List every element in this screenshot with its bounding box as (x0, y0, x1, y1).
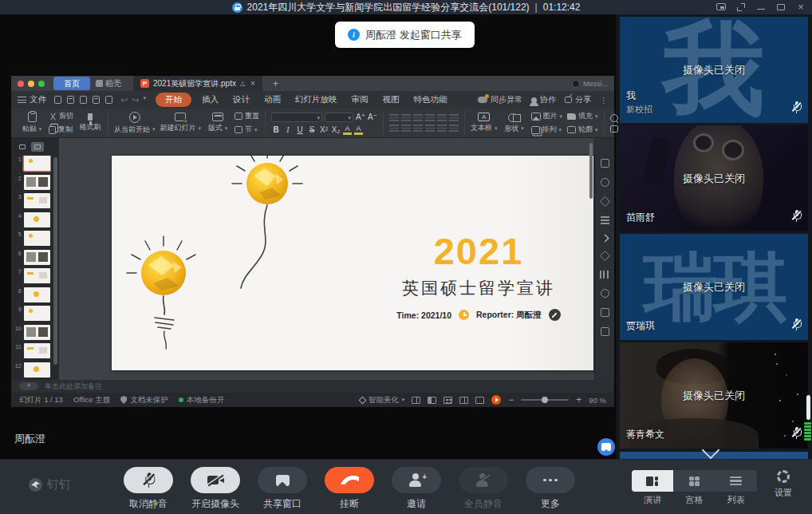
protection-status[interactable]: 文档未保护 (120, 395, 168, 405)
zoom-in-icon[interactable]: + (576, 396, 581, 404)
increase-indent-icon[interactable] (425, 114, 435, 121)
save-icon[interactable] (67, 96, 74, 104)
line-spacing-icon[interactable] (437, 114, 447, 121)
slideshow-play-icon[interactable] (491, 395, 501, 405)
find-icon[interactable] (610, 114, 618, 122)
slide-thumbnail-preview[interactable] (24, 250, 50, 265)
zoom-knob[interactable] (542, 397, 548, 403)
decrease-indent-icon[interactable] (413, 114, 423, 121)
align-center-icon[interactable] (401, 125, 411, 132)
fullscreen-icon[interactable] (736, 2, 746, 12)
hang-up-button[interactable]: 挂断 (321, 467, 378, 511)
notes-view-icon[interactable] (412, 397, 420, 404)
underline-button[interactable]: U (295, 125, 305, 134)
material-icon[interactable] (601, 327, 609, 336)
color-scheme-icon[interactable] (599, 196, 609, 207)
font-color-icon[interactable]: A (354, 125, 363, 134)
unmute-button[interactable]: 取消静音 (120, 467, 177, 511)
normal-view-icon[interactable] (428, 397, 436, 404)
slide-thumbnail[interactable]: 7 (14, 268, 51, 283)
slide-thumbnail-preview[interactable] (24, 231, 50, 246)
ribbon-tab-animation[interactable]: 动画 (257, 93, 288, 107)
outline-button[interactable]: 轮廓▾ (567, 125, 598, 135)
new-tab-icon[interactable]: + (273, 78, 278, 89)
redo-icon[interactable]: ↪ (132, 95, 139, 105)
shapes-button[interactable]: 形状▾ (503, 113, 526, 134)
slide-thumbnail[interactable]: 11 (14, 343, 51, 358)
participant-tile[interactable]: 瑞琪 摄像头已关闭 贾瑞琪 (620, 234, 808, 340)
ribbon-tab-design[interactable]: 设计 (226, 93, 257, 107)
chart-tools-icon[interactable] (601, 216, 609, 225)
font-size-combobox[interactable] (325, 113, 353, 122)
slide-sorter-icon[interactable] (443, 397, 452, 404)
speaker-view-tab[interactable] (632, 470, 673, 492)
increase-font-icon[interactable]: A⁺ (356, 113, 365, 121)
close-icon[interactable]: × (796, 2, 806, 12)
align-left-icon[interactable] (389, 125, 399, 132)
theme-name[interactable]: Office 主题 (73, 395, 110, 405)
output-icon[interactable] (80, 96, 87, 104)
slide-thumbnail-preview[interactable] (24, 306, 50, 321)
collapse-panel-icon[interactable] (601, 235, 609, 243)
reset-button[interactable]: 重置 (235, 111, 259, 121)
notes-placeholder[interactable]: 单击此处添加备注 (45, 382, 102, 392)
slide-thumbnail[interactable]: 5 (14, 231, 51, 246)
camera-on-button[interactable]: 开启摄像头 (187, 467, 244, 511)
more-button[interactable]: 更多 (522, 467, 579, 511)
slide-thumbnail-preview[interactable] (24, 212, 50, 227)
highlight-color-icon[interactable]: A (343, 125, 352, 134)
history-icon[interactable] (601, 289, 609, 298)
zoom-slider[interactable] (521, 399, 569, 401)
justify-icon[interactable] (425, 125, 435, 132)
select-icon[interactable] (610, 125, 618, 132)
mute-all-button[interactable]: 全员静音 (455, 467, 512, 511)
section-button[interactable]: 节▾ (235, 125, 259, 135)
sidebar-scrollbar[interactable] (806, 395, 810, 420)
layout-button[interactable]: 版式▾ (206, 113, 230, 133)
outline-view-toggle[interactable] (16, 142, 29, 152)
close-light-icon[interactable] (18, 81, 24, 87)
undo-caret-icon[interactable]: ▾ (143, 95, 146, 105)
picture-button[interactable]: 图片▾ (531, 111, 563, 121)
slide-thumbnail-preview[interactable] (24, 343, 50, 358)
align-right-icon[interactable] (413, 125, 423, 132)
settings-button[interactable]: 设置 (767, 470, 799, 499)
slide-thumbnail[interactable]: 3 (14, 193, 51, 208)
format-painter-button[interactable]: 格式刷 (78, 113, 102, 132)
subscript-button[interactable]: X₂ (331, 125, 341, 134)
slide-editor[interactable]: 2021 英国硕士留学宣讲 Time: 2021/10 Reporter: 周酝… (112, 156, 593, 370)
copy-button[interactable]: 复制 (49, 125, 73, 135)
effects-icon[interactable] (599, 251, 609, 261)
align-objects-icon[interactable] (449, 125, 459, 132)
font-name-combobox[interactable] (271, 113, 322, 122)
slide-thumbnail-preview[interactable] (24, 268, 50, 283)
sync-status[interactable]: 同步异常 (478, 94, 522, 105)
wps-home-tab[interactable]: 首页 (53, 77, 90, 90)
play-from-current-button[interactable]: 从当前开始▾ (114, 112, 156, 135)
shape-tools-icon[interactable] (601, 178, 609, 187)
wps-account[interactable]: Messi... (572, 80, 608, 88)
columns-icon[interactable] (437, 125, 447, 132)
decrease-font-icon[interactable]: A⁻ (368, 113, 377, 121)
slide-thumbnail[interactable]: 8 (14, 287, 51, 302)
slide-thumbnail[interactable]: 9 (14, 306, 51, 321)
hamburger-icon[interactable] (18, 97, 26, 103)
zoom-light-icon[interactable] (38, 81, 45, 87)
slide-thumbnail-preview[interactable] (24, 325, 50, 340)
slide-thumbnail[interactable]: 4 (14, 212, 51, 227)
slide-thumbnail-preview[interactable] (24, 362, 50, 378)
invite-button[interactable]: + 邀请 (388, 467, 445, 511)
canvas-scrollbar[interactable] (589, 143, 593, 199)
slide-thumbnail-preview[interactable] (24, 156, 50, 171)
ribbon-tab-features[interactable]: 特色功能 (406, 93, 454, 107)
open-icon[interactable] (54, 96, 61, 104)
arrange-button[interactable]: 排列▾ (531, 125, 563, 135)
paste-button[interactable]: 粘贴▾ (20, 112, 44, 134)
zoom-out-icon[interactable]: − (508, 396, 514, 404)
share-button[interactable]: 分享 (565, 94, 591, 105)
slide-thumbnail[interactable]: 6 (14, 250, 51, 265)
text-direction-icon[interactable] (449, 114, 459, 121)
wps-document-tab[interactable]: P 2021英硕留学宣讲.pptx △ × (133, 76, 262, 91)
print-icon[interactable] (93, 96, 100, 104)
list-view-tab[interactable] (715, 470, 757, 492)
